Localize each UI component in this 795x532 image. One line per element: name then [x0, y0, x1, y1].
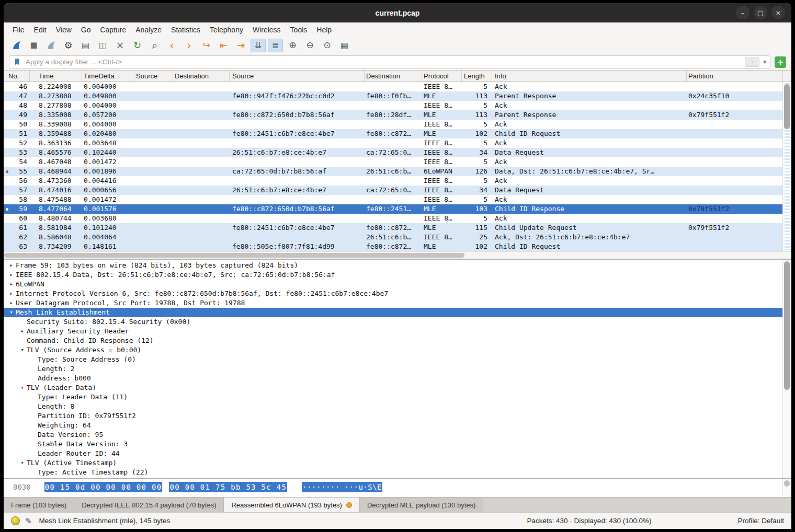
- packet-row[interactable]: 568.4733600.004416IEEE 8…5Ack: [4, 176, 782, 186]
- detail-line[interactable]: Partition ID: 0x79f551f2: [4, 411, 782, 421]
- packet-row[interactable]: 578.4740160.00065626:51:c6:b7:e8:ce:4b:e…: [4, 186, 782, 195]
- byte-tab-decrypted-mle-payload-130-bytes[interactable]: Decrypted MLE payload (130 bytes): [360, 498, 483, 512]
- close-file-button[interactable]: ×: [112, 39, 128, 52]
- packet-row[interactable]: 608.4807440.003680IEEE 8…5Ack: [4, 214, 782, 223]
- packet-row[interactable]: 488.2778080.004000IEEE 8…5Ack: [4, 101, 782, 110]
- column-header-no-0[interactable]: No.: [4, 71, 30, 82]
- menu-item-go[interactable]: Go: [76, 24, 96, 36]
- menu-item-edit[interactable]: Edit: [29, 24, 51, 36]
- add-filter-button[interactable]: +: [775, 56, 786, 68]
- go-forward-button[interactable]: ›: [181, 39, 197, 52]
- auto-scroll-button[interactable]: ⇊: [251, 39, 266, 52]
- first-packet-button[interactable]: ⇤: [216, 39, 231, 52]
- column-header-info-9[interactable]: Info: [492, 71, 687, 82]
- packet-list-scrollbar[interactable]: [782, 82, 791, 251]
- packet-row[interactable]: 558.4689440.001896ca:72:65:0d:b7:b8:56:a…: [4, 167, 782, 176]
- column-header-protocol-7[interactable]: Protocol: [422, 71, 462, 82]
- find-packet-button[interactable]: ⌕: [147, 39, 162, 52]
- detail-line[interactable]: ▸IEEE 802.15.4 Data, Dst: 26:51:c6:b7:e8…: [4, 270, 782, 280]
- go-to-packet-button[interactable]: ↪: [199, 39, 214, 52]
- column-header-destination-4[interactable]: Destination: [173, 71, 230, 82]
- column-header-destination-6[interactable]: Destination: [365, 71, 422, 82]
- zoom-in-button[interactable]: ⊕: [285, 39, 300, 52]
- resize-columns-button[interactable]: ▦: [337, 39, 352, 52]
- zoom-original-button[interactable]: ⊙: [320, 39, 335, 52]
- status-profile[interactable]: Profile: Default: [737, 517, 784, 525]
- menu-item-view[interactable]: View: [51, 24, 76, 36]
- column-header-source-3[interactable]: Source: [134, 71, 173, 82]
- expand-expander-icon[interactable]: ▸: [7, 270, 16, 280]
- packet-row[interactable]: 598.4770640.001576fe80::c872:650d:b7b8:5…: [4, 204, 782, 214]
- hex-row[interactable]: 0030 00 15 0d 00 00 00 00 00 00 00 01 75…: [4, 480, 782, 494]
- apply-filter-button[interactable]: ›: [745, 57, 759, 67]
- detail-line[interactable]: ▾Mesh Link Establishment: [4, 308, 782, 317]
- column-header-time-1[interactable]: Time: [30, 71, 82, 82]
- detail-line[interactable]: Command: Child ID Response (12): [4, 336, 782, 345]
- start-capture-button[interactable]: [9, 39, 24, 52]
- collapse-expander-icon[interactable]: ▾: [18, 345, 27, 355]
- packet-row[interactable]: 468.2240080.004000IEEE 8…5Ack: [4, 82, 782, 91]
- collapse-expander-icon[interactable]: ▾: [7, 308, 16, 317]
- detail-line[interactable]: Address: b000: [4, 374, 782, 383]
- packet-list-hscrollbar[interactable]: [4, 251, 791, 259]
- detail-line[interactable]: Type: Active Timestamp (22): [4, 468, 782, 477]
- detail-line[interactable]: Security Suite: 802.15.4 Security (0x00): [4, 317, 782, 327]
- display-filter-input[interactable]: [25, 57, 741, 66]
- packet-row[interactable]: 548.4670480.001472IEEE 8…5Ack: [4, 157, 782, 167]
- reload-file-button[interactable]: ↻: [130, 39, 145, 52]
- scrollbar-thumb[interactable]: [4, 253, 464, 258]
- detail-line[interactable]: Leader Router ID: 44: [4, 449, 782, 458]
- expand-expander-icon[interactable]: ▸: [7, 289, 16, 298]
- scrollbar-thumb[interactable]: [784, 261, 790, 390]
- detail-line[interactable]: ▸Frame 59: 103 bytes on wire (824 bits),…: [4, 261, 782, 270]
- packet-row[interactable]: 638.7342090.148161fe80::505e:f807:7f81:4…: [4, 242, 782, 251]
- packet-row[interactable]: 498.3350080.057200fe80::c872:650d:b7b8:5…: [4, 110, 782, 120]
- save-file-button[interactable]: ◫: [95, 39, 110, 52]
- detail-line[interactable]: ▾TLV (Active Timestamp): [4, 458, 782, 468]
- menu-item-telephony[interactable]: Telephony: [205, 24, 248, 36]
- packet-row[interactable]: 628.5860480.00406426:51:c6:b…IEEE 8…25Ac…: [4, 233, 782, 242]
- stop-capture-button[interactable]: ■: [26, 39, 41, 52]
- collapse-expander-icon[interactable]: ▾: [18, 458, 27, 468]
- bytes-scrollbar[interactable]: [782, 479, 791, 497]
- last-packet-button[interactable]: ⇥: [233, 39, 248, 52]
- minimize-button[interactable]: –: [736, 6, 749, 19]
- column-header-partition-10[interactable]: Partition: [687, 71, 783, 82]
- byte-tab-decrypted-ieee-802-15-4-payload-70-bytes[interactable]: Decrypted IEEE 802.15.4 payload (70 byte…: [74, 498, 224, 512]
- detail-line[interactable]: Weighting: 64: [4, 421, 782, 430]
- filter-history-dropdown-icon[interactable]: ▾: [763, 59, 766, 65]
- expert-info-icon[interactable]: [11, 516, 20, 525]
- packet-row[interactable]: 538.4655760.10244026:51:c6:b7:e8:ce:4b:e…: [4, 148, 782, 157]
- scrollbar-thumb[interactable]: [784, 84, 790, 129]
- byte-tab-frame-103-bytes[interactable]: Frame (103 bytes): [4, 498, 74, 512]
- detail-line[interactable]: Type: Source Address (0): [4, 355, 782, 364]
- detail-line[interactable]: ▾TLV (Source Address = b0:00): [4, 345, 782, 355]
- maximize-button[interactable]: ▢: [754, 6, 767, 19]
- open-file-button[interactable]: ▤: [78, 39, 93, 52]
- expand-expander-icon[interactable]: ▸: [18, 327, 27, 336]
- titlebar[interactable]: current.pcap – ▢ ×: [4, 3, 791, 22]
- go-back-button[interactable]: ‹: [164, 39, 179, 52]
- menu-item-file[interactable]: File: [8, 24, 29, 36]
- column-header-length-8[interactable]: Length: [462, 71, 492, 82]
- packet-row[interactable]: 518.3594880.020480fe80::2451:c6b7:e8ce:4…: [4, 129, 782, 138]
- expand-expander-icon[interactable]: ▸: [7, 261, 16, 270]
- detail-line[interactable]: ▸Auxiliary Security Header: [4, 327, 782, 336]
- detail-line[interactable]: Length: 2: [4, 364, 782, 374]
- capture-options-button[interactable]: ⚙: [61, 39, 76, 52]
- display-filter-field[interactable]: › ▾: [9, 55, 770, 69]
- column-header-timedelta-2[interactable]: TimeDelta: [82, 71, 134, 82]
- menu-item-analyze[interactable]: Analyze: [131, 24, 166, 36]
- detail-line[interactable]: Data Version: 95: [4, 430, 782, 440]
- expand-expander-icon[interactable]: ▸: [7, 280, 16, 289]
- packet-row[interactable]: 528.3631360.003648IEEE 8…5Ack: [4, 138, 782, 148]
- detail-line[interactable]: Stable Data Version: 3: [4, 440, 782, 449]
- capture-comment-icon[interactable]: ✎: [25, 516, 32, 526]
- close-button[interactable]: ×: [771, 6, 785, 19]
- scrollbar-thumb[interactable]: [784, 480, 790, 487]
- packet-row[interactable]: 478.2738080.049800fe80::947f:f476:22bc:c…: [4, 91, 782, 101]
- detail-line[interactable]: ▾TLV (Leader Data): [4, 383, 782, 392]
- detail-line[interactable]: Length: 8: [4, 402, 782, 411]
- detail-line[interactable]: Type: Leader Data (11): [4, 392, 782, 402]
- menu-item-wireless[interactable]: Wireless: [248, 24, 286, 36]
